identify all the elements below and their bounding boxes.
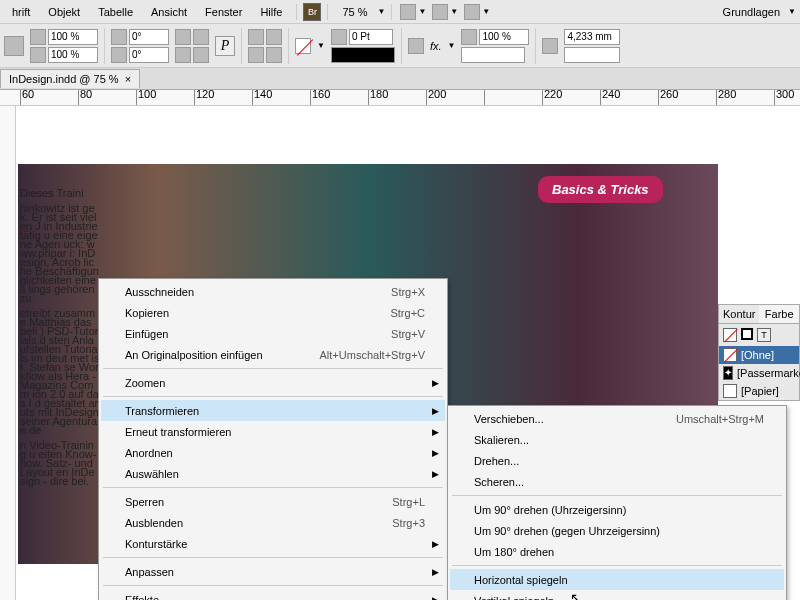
rotate-ccw-icon[interactable] [193, 29, 209, 45]
screen-mode-icon[interactable]: ▼ [398, 2, 428, 22]
select-content-icon[interactable] [248, 47, 264, 63]
submenu-item[interactable]: Vertikal spiegeln [450, 590, 784, 600]
panel-tab-kontur[interactable]: Kontur [719, 305, 759, 323]
swatch-row[interactable]: [Ohne] [719, 346, 799, 364]
panel-tab-farbe[interactable]: Farbe [759, 305, 799, 323]
fill-proxy-icon[interactable] [723, 328, 737, 342]
swatch-row[interactable]: [Papier] [719, 382, 799, 400]
stroke-weight-icon [331, 29, 347, 45]
body-text: Dieses Trainihinkowitz ist gek. Er ist s… [20, 189, 100, 492]
stroke-weight-input[interactable] [349, 29, 393, 45]
control-panel: P ▼ fx. ▼ [0, 24, 800, 68]
view-options-icon[interactable]: ▼ [462, 2, 492, 22]
submenu-item[interactable]: Um 90° drehen (gegen Uhrzeigersinn) [450, 520, 784, 541]
horizontal-ruler: 6080100120140160180200220240260280300 [0, 90, 800, 106]
context-menu-item[interactable]: EinfügenStrg+V [101, 323, 445, 344]
blend-mode-select[interactable] [461, 47, 525, 63]
shear-icon [111, 47, 127, 63]
context-menu-item[interactable]: Erneut transformieren▶ [101, 421, 445, 442]
context-menu-item[interactable]: Zoomen▶ [101, 372, 445, 393]
menu-objekt[interactable]: Objekt [40, 3, 88, 21]
vertical-ruler [0, 106, 16, 600]
context-menu-item[interactable]: AusschneidenStrg+X [101, 281, 445, 302]
scale-x-input[interactable] [48, 29, 98, 45]
shear-input[interactable] [129, 47, 169, 63]
stroke-style-select[interactable] [331, 47, 395, 63]
basics-tricks-badge: Basics & Tricks [538, 176, 663, 203]
submenu-item[interactable]: Um 180° drehen [450, 541, 784, 562]
context-menu-item[interactable]: Anordnen▶ [101, 442, 445, 463]
scale-y-input[interactable] [48, 47, 98, 63]
format-text-icon[interactable]: T [757, 328, 771, 342]
drop-shadow-icon[interactable] [408, 38, 424, 54]
close-icon[interactable]: × [125, 73, 131, 85]
submenu-item[interactable]: Horizontal spiegeln [450, 569, 784, 590]
context-menu-item[interactable]: Effekte▶ [101, 589, 445, 600]
submenu-item[interactable]: Scheren... [450, 471, 784, 492]
menubar: hrift Objekt Tabelle Ansicht Fenster Hil… [0, 0, 800, 24]
workspace-switcher[interactable]: Grundlagen [723, 6, 781, 18]
fill-swatch-icon[interactable] [295, 38, 311, 54]
menu-hilfe[interactable]: Hilfe [252, 3, 290, 21]
corner-select[interactable] [564, 47, 620, 63]
flip-v-icon[interactable] [193, 47, 209, 63]
context-menu-item[interactable]: KopierenStrg+C [101, 302, 445, 323]
select-container-icon[interactable] [248, 29, 264, 45]
mm-input[interactable] [564, 29, 620, 45]
rotate-icon [111, 29, 127, 45]
menu-fenster[interactable]: Fenster [197, 3, 250, 21]
select-prev-icon[interactable] [266, 29, 282, 45]
swatches-panel[interactable]: Kontur Farbe T [Ohne]✦[Passermarke[Papie… [718, 304, 800, 401]
rotate-cw-icon[interactable] [175, 29, 191, 45]
flip-h-icon[interactable] [175, 47, 191, 63]
submenu-item[interactable]: Um 90° drehen (Uhrzeigersinn) [450, 499, 784, 520]
stroke-proxy-icon[interactable] [741, 328, 753, 340]
submenu-item[interactable]: Drehen... [450, 450, 784, 471]
zoom-level[interactable]: 75 % [334, 6, 375, 18]
reference-point-icon[interactable] [4, 36, 24, 56]
document-tab[interactable]: InDesign.indd @ 75 % × [0, 69, 140, 88]
menu-tabelle[interactable]: Tabelle [90, 3, 141, 21]
scale-y-icon [30, 47, 46, 63]
opacity-icon [461, 29, 477, 45]
context-menu-item[interactable]: AusblendenStrg+3 [101, 512, 445, 533]
opacity-input[interactable] [479, 29, 529, 45]
arrange-docs-icon[interactable]: ▼ [430, 2, 460, 22]
fx-button[interactable]: fx. [430, 40, 442, 52]
bridge-icon[interactable]: Br [303, 3, 321, 21]
context-menu: AusschneidenStrg+XKopierenStrg+CEinfügen… [98, 278, 448, 600]
context-menu-item[interactable]: Konturstärke▶ [101, 533, 445, 554]
document-tab-bar: InDesign.indd @ 75 % × [0, 68, 800, 90]
context-menu-item[interactable]: SperrenStrg+L [101, 491, 445, 512]
transform-submenu: Verschieben...Umschalt+Strg+MSkalieren..… [447, 405, 787, 600]
menu-ansicht[interactable]: Ansicht [143, 3, 195, 21]
context-menu-item[interactable]: Anpassen▶ [101, 561, 445, 582]
submenu-item[interactable]: Skalieren... [450, 429, 784, 450]
submenu-item[interactable]: Verschieben...Umschalt+Strg+M [450, 408, 784, 429]
document-tab-label: InDesign.indd @ 75 % [9, 73, 119, 85]
canvas[interactable]: Basics & Tricks ▬▬▬▬▬▬▬▬ 12 h Video-Trai… [0, 106, 800, 600]
context-menu-item[interactable]: Auswählen▶ [101, 463, 445, 484]
select-next-icon[interactable] [266, 47, 282, 63]
context-menu-item[interactable]: Transformieren▶ [101, 400, 445, 421]
menu-hrift[interactable]: hrift [4, 3, 38, 21]
context-menu-item[interactable]: An Originalposition einfügenAlt+Umschalt… [101, 344, 445, 365]
rotate-input[interactable] [129, 29, 169, 45]
scale-x-icon [30, 29, 46, 45]
p-icon[interactable]: P [215, 36, 235, 56]
text-wrap-icon[interactable] [542, 38, 558, 54]
swatch-row[interactable]: ✦[Passermarke [719, 364, 799, 382]
